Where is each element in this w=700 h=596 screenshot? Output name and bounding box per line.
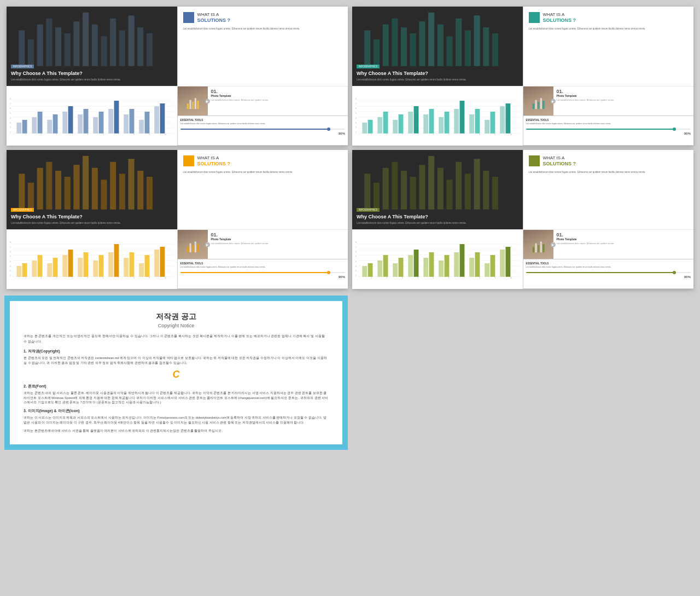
infographics-badge-1: INFOGRAPHICS [11,65,34,68]
svg-rect-24 [38,112,43,134]
svg-rect-139 [194,241,196,252]
arrow-icon-3: ▶ [205,242,210,247]
svg-rect-132 [144,255,149,277]
svg-rect-79 [445,112,450,134]
photo-slide-1: ▶ 01. Photo Template List establishorum … [178,86,348,115]
svg-rect-131 [139,263,144,277]
photo-num-4: 01. [557,232,691,238]
slide-group-3: INFOGRAPHICS Why Choose A This Template?… [4,148,350,291]
svg-rect-22 [22,120,27,134]
svg-rect-97 [46,162,52,210]
solutions-label-4: WHAT IS A [543,155,576,161]
photo-desc-4: List establishorum dois rumes. Etharums … [557,242,691,245]
svg-rect-35 [124,114,129,134]
essential-slide-4: ESSENTIAL TOOLS List establishorum dois … [523,259,694,288]
svg-rect-183 [532,247,534,252]
copyright-section: 저작권 공고 Copyright Notice 귀하는 본 콘텐츠를 개인적인 … [4,296,348,450]
svg-rect-23 [32,117,37,134]
svg-rect-172 [439,261,444,277]
slide-group-4: INFOGRAPHICS Why Choose A This Template?… [350,148,696,291]
svg-rect-151 [456,162,462,210]
svg-rect-73 [399,114,404,134]
svg-rect-44 [192,102,194,109]
slide-3-desc: List establishorum dois rumes fugats unt… [11,222,173,225]
svg-rect-115 [16,266,21,277]
infographics-badge-4: INFOGRAPHICS [357,208,380,212]
copyright-title: 저작권 공고 [24,312,329,322]
svg-rect-37 [139,120,144,134]
svg-rect-170 [423,258,428,277]
svg-rect-133 [154,250,159,277]
svg-rect-45 [194,98,196,109]
essential-slide-2: ESSENTIAL TOOLS List establishorum dois … [523,116,694,145]
svg-rect-101 [83,156,89,210]
slide-1-title: Why Choose A This Template? [11,71,173,77]
slide-4-desc: List establishorum dois rumes fugats unt… [357,222,518,225]
svg-rect-104 [110,162,116,210]
svg-rect-38 [144,112,149,134]
svg-rect-162 [362,266,367,277]
slide-group-2: INFOGRAPHICS Why Choose A This Template?… [350,4,696,148]
solutions-label-1: WHAT IS A [197,12,231,18]
svg-rect-119 [47,263,52,277]
svg-rect-125 [93,261,98,277]
essential-slide-1: ESSENTIAL TOOLS List establishorum dois … [178,116,348,145]
svg-rect-42 [186,103,188,109]
solutions-label-3: WHAT IS A [197,155,231,161]
dark-slide-1: INFOGRAPHICS Why Choose A This Template?… [7,7,177,86]
infographics-badge-2: INFOGRAPHICS [357,65,380,68]
svg-rect-165 [383,255,388,277]
essential-desc-3: List establishorum dois rumes fugats unt… [180,266,346,269]
solutions-slide-1: WHAT IS A SOLUTIONS ? List establishorum… [178,7,348,86]
svg-rect-76 [423,114,428,134]
svg-rect-54 [428,13,434,66]
solutions-word-4: SOLUTIONS ? [543,161,576,167]
svg-rect-153 [474,159,480,209]
svg-rect-59 [474,15,480,66]
svg-rect-25 [47,120,52,134]
svg-rect-36 [129,109,134,134]
essential-title-1: ESSENTIAL TOOLS [180,119,346,121]
svg-rect-74 [408,112,413,134]
svg-rect-181 [505,247,510,277]
essential-desc-4: List establishorum dois rumes fugats unt… [526,266,691,269]
essential-desc-1: List establishorum dois rumes fugats unt… [180,123,346,125]
svg-rect-75 [414,106,419,134]
svg-rect-68 [362,123,367,134]
photo-desc-2: List establishorum dois rumes. Etharums … [557,99,691,101]
svg-rect-134 [160,247,165,277]
solutions-icon-1 [183,12,194,23]
svg-rect-57 [456,19,462,66]
arrow-icon-1: ▶ [205,99,210,103]
svg-rect-171 [429,252,434,277]
svg-rect-3 [46,19,52,66]
svg-rect-122 [68,250,73,277]
svg-rect-121 [62,255,67,277]
svg-rect-136 [186,247,188,252]
svg-rect-173 [445,255,450,277]
svg-rect-87 [505,103,510,134]
svg-rect-185 [538,245,539,252]
svg-rect-129 [124,258,129,277]
svg-rect-123 [78,258,83,277]
solutions-icon-2 [529,12,540,23]
arrow-icon-4: ▶ [551,242,556,247]
progress-label-2: 90% [526,132,691,135]
bar-chart-slide-2: 87654321 [352,86,523,146]
svg-rect-186 [540,241,541,252]
photo-slide-3: ▶ 01. Photo Template List establishorum … [178,230,348,259]
photo-label-4: Photo Template [557,238,691,241]
svg-rect-31 [93,117,98,134]
svg-rect-93 [542,101,544,109]
copyright-section1-title: 1. 저작권(Copyright) [24,349,329,354]
slide-2-title: Why Choose A This Template? [357,71,518,77]
svg-rect-40 [160,103,165,134]
svg-rect-84 [485,120,489,134]
svg-rect-46 [197,101,199,109]
svg-rect-124 [84,252,89,277]
svg-rect-168 [408,255,413,277]
slide-2-desc: List establishorum dois rumes fugats unt… [357,78,518,82]
dark-slide-3: INFOGRAPHICS Why Choose A This Template?… [7,150,177,229]
svg-rect-78 [439,117,444,134]
essential-title-3: ESSENTIAL TOOLS [180,262,346,265]
